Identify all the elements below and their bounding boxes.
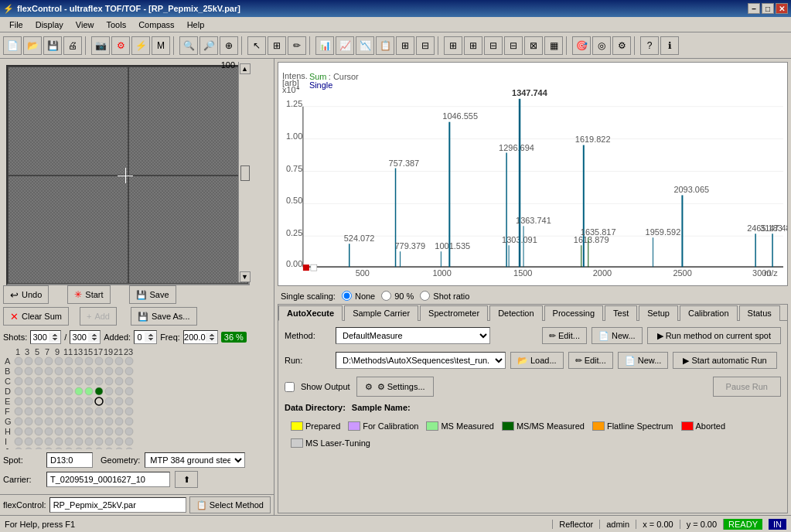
shots-input[interactable] bbox=[30, 330, 61, 344]
start-button[interactable]: ✳ Start bbox=[67, 285, 110, 304]
added-input[interactable] bbox=[134, 330, 157, 344]
toolbar-open[interactable]: 📂 bbox=[23, 36, 42, 55]
svg-point-130 bbox=[85, 438, 93, 445]
toolbar-camera[interactable]: 📷 bbox=[91, 36, 110, 55]
menu-help[interactable]: Help bbox=[181, 19, 211, 31]
toolbar-chart5[interactable]: ⊞ bbox=[396, 36, 414, 55]
svg-point-56 bbox=[65, 377, 73, 385]
tab-test[interactable]: Test bbox=[605, 305, 637, 321]
pause-run-button[interactable]: Pause Run bbox=[713, 377, 781, 397]
menu-file[interactable]: File bbox=[3, 19, 29, 31]
menu-view[interactable]: View bbox=[70, 19, 101, 31]
run-load-button[interactable]: 📂 Load... bbox=[510, 352, 564, 369]
tab-detection[interactable]: Detection bbox=[489, 305, 542, 321]
toolbar-annotate[interactable]: ✏ bbox=[288, 36, 306, 55]
toolbar-grid2[interactable]: ⊞ bbox=[464, 36, 482, 55]
carrier-input[interactable] bbox=[46, 472, 170, 487]
scaling-shot-group[interactable]: Shot ratio bbox=[420, 291, 469, 301]
method-new-button[interactable]: 📄 New... bbox=[592, 327, 643, 344]
menu-display[interactable]: Display bbox=[29, 19, 70, 31]
menu-compass[interactable]: Compass bbox=[132, 19, 180, 31]
toolbar-chart2[interactable]: 📈 bbox=[336, 36, 354, 55]
save-as-button[interactable]: 💾 Save As... bbox=[131, 307, 197, 326]
run-select[interactable]: D:\Methods\AutoXSequences\test_run.xml bbox=[336, 352, 506, 369]
toolbar-grid3[interactable]: ⊟ bbox=[484, 36, 503, 55]
svg-point-107 bbox=[95, 418, 103, 425]
toolbar-lightning[interactable]: ⚡ bbox=[131, 36, 150, 55]
tab-autoxecute[interactable]: AutoXecute bbox=[278, 305, 343, 321]
svg-point-29 bbox=[35, 357, 43, 365]
show-output-checkbox[interactable] bbox=[285, 382, 295, 392]
toolbar-grid5[interactable]: ⊠ bbox=[524, 36, 543, 55]
scaling-none-group[interactable]: None bbox=[342, 291, 375, 301]
toolbar-grid6[interactable]: ▦ bbox=[544, 36, 563, 55]
toolbar-help[interactable]: ? bbox=[640, 36, 659, 55]
toolbar-about[interactable]: ℹ bbox=[660, 36, 679, 55]
select-method-button[interactable]: 📋 Select Method bbox=[189, 496, 271, 513]
svg-text:F: F bbox=[5, 407, 10, 416]
main-content: ▲ ▼ 100 ↩ Undo ✳ Start 💾 Save bbox=[0, 59, 791, 515]
toolbar-zoom-in[interactable]: 🔍 bbox=[179, 36, 198, 55]
minimize-button[interactable]: – bbox=[748, 3, 760, 14]
method-edit-button[interactable]: ✏ Edit... bbox=[542, 327, 587, 344]
toolbar-gear[interactable]: ⚙ bbox=[612, 36, 631, 55]
toolbar-chart6[interactable]: ⊟ bbox=[416, 36, 435, 55]
toolbar-cursor[interactable]: ↖ bbox=[247, 36, 266, 55]
shots-max-input[interactable] bbox=[70, 330, 101, 344]
toolbar-mode[interactable]: M bbox=[152, 36, 170, 55]
scaling-none-radio[interactable] bbox=[342, 291, 352, 301]
geometry-select[interactable]: MTP 384 ground steel bbox=[145, 452, 245, 468]
add-button[interactable]: + Add bbox=[80, 307, 117, 326]
tab-spectrometer[interactable]: Spectrometer bbox=[420, 305, 488, 321]
run-new-button[interactable]: 📄 New... bbox=[618, 352, 669, 369]
toolbar-zoom-fit[interactable]: ⊕ bbox=[220, 36, 238, 55]
freq-input[interactable] bbox=[183, 330, 218, 344]
toolbar-grid1[interactable]: ⊞ bbox=[444, 36, 462, 55]
menu-tools[interactable]: Tools bbox=[100, 19, 132, 31]
method-select[interactable]: DefaultMeasure bbox=[336, 327, 490, 344]
run-edit-button[interactable]: ✏ Edit... bbox=[568, 352, 613, 369]
run-method-button[interactable]: ▶ Run method on current spot bbox=[647, 327, 781, 344]
toolbar-save[interactable]: 💾 bbox=[43, 36, 62, 55]
start-auto-button[interactable]: ▶ Start automatic Run bbox=[673, 352, 776, 369]
close-button[interactable]: ✕ bbox=[776, 3, 788, 14]
flexcontrol-input[interactable] bbox=[49, 497, 186, 513]
spot-input[interactable] bbox=[46, 452, 93, 468]
svg-text:1: 1 bbox=[15, 349, 20, 356]
eject-button[interactable]: ⬆ bbox=[175, 471, 198, 488]
svg-point-115 bbox=[55, 428, 63, 435]
tab-calibration[interactable]: Calibration bbox=[680, 305, 738, 321]
toolbar-zoom-out[interactable]: 🔎 bbox=[199, 36, 218, 55]
method-row: Method: DefaultMeasure ✏ Edit... 📄 New..… bbox=[285, 327, 781, 344]
undo-icon: ↩ bbox=[10, 289, 19, 301]
tab-processing[interactable]: Processing bbox=[544, 305, 603, 321]
toolbar-chart3[interactable]: 📉 bbox=[356, 36, 374, 55]
toolbar-select[interactable]: ⊞ bbox=[268, 36, 286, 55]
settings-button[interactable]: ⚙ ⚙ Settings... bbox=[356, 377, 434, 397]
toolbar-target[interactable]: ◎ bbox=[592, 36, 611, 55]
tab-setup[interactable]: Setup bbox=[639, 305, 678, 321]
reflector-label: Reflector bbox=[552, 520, 593, 529]
scaling-90-radio[interactable] bbox=[381, 291, 391, 301]
save-button[interactable]: 💾 Save bbox=[129, 285, 176, 304]
toolbar-chart4[interactable]: 📋 bbox=[376, 36, 394, 55]
maximize-button[interactable]: □ bbox=[762, 3, 774, 14]
toolbar-settings[interactable]: ⚙ bbox=[111, 36, 130, 55]
undo-button[interactable]: ↩ Undo bbox=[3, 285, 49, 304]
toolbar-chart1[interactable]: 📊 bbox=[315, 36, 334, 55]
legend-laser-color bbox=[291, 438, 303, 448]
svg-point-58 bbox=[85, 377, 93, 385]
vertical-slider[interactable]: ▲ ▼ bbox=[238, 62, 251, 282]
toolbar-special[interactable]: 🎯 bbox=[572, 36, 591, 55]
toolbar-grid4[interactable]: ⊟ bbox=[504, 36, 523, 55]
scaling-90-group[interactable]: 90 % bbox=[381, 291, 414, 301]
toolbar-new[interactable]: 📄 bbox=[3, 36, 22, 55]
clear-sum-button[interactable]: ✕ Clear Sum bbox=[3, 307, 69, 326]
toolbar-print[interactable]: 🖨 bbox=[63, 36, 82, 55]
start-icon: ✳ bbox=[74, 289, 82, 300]
tab-sample-carrier[interactable]: Sample Carrier bbox=[344, 305, 418, 321]
svg-point-62 bbox=[125, 377, 133, 385]
scaling-shot-radio[interactable] bbox=[420, 291, 430, 301]
svg-point-83 bbox=[95, 397, 103, 405]
tab-status[interactable]: Status bbox=[739, 305, 780, 321]
